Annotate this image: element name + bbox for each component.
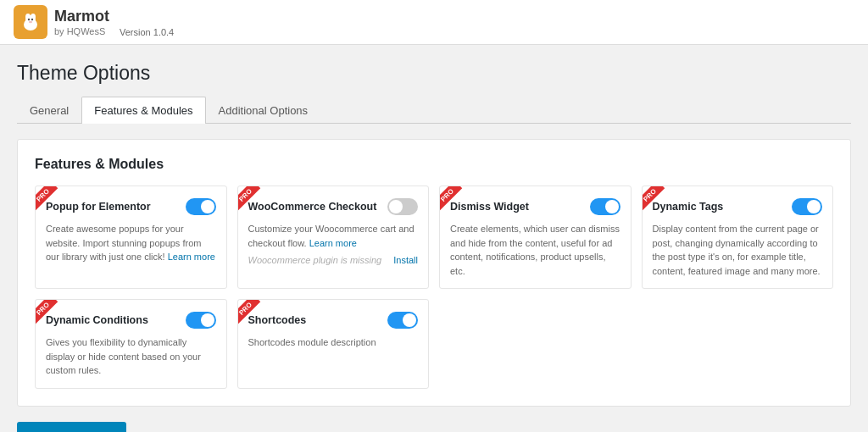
card-header-dynamic-tags: Dynamic Tags [653,198,823,215]
toggle-shortcodes[interactable] [387,312,418,329]
card-title-popup: Popup for Elementor [46,201,186,213]
svg-point-5 [28,19,30,20]
card-woocommerce: WooCommerce Checkout Customize your Wooc… [237,186,430,289]
page-title: Theme Options [17,62,851,85]
learn-more-popup[interactable]: Learn more [168,252,215,262]
svg-point-7 [29,21,32,23]
card-shortcodes: Shortcodes Shortcodes module description [237,299,430,389]
card-popup-elementor: Popup for Elementor Create awesome popup… [35,186,227,289]
card-desc-woo: Customize your Woocommerce cart and chec… [248,222,419,250]
card-dismiss-widget: Dismiss Widget Create elements, which us… [439,186,632,289]
app-by-line: by HQWesS [54,26,109,36]
tabs-bar: General Features & Modules Additional Op… [17,97,851,124]
toggle-slider-dismiss [590,198,620,215]
toggle-slider-popup [186,198,216,215]
card-header-popup: Popup for Elementor [46,198,216,215]
card-header-dismiss: Dismiss Widget [450,198,620,215]
card-header-woo: WooCommerce Checkout [248,198,419,215]
card-dynamic-tags: Dynamic Tags Display content from the cu… [642,186,834,289]
features-section: Features & Modules Popup for Elementor C… [17,139,851,407]
section-title: Features & Modules [35,157,833,172]
learn-more-woo[interactable]: Learn more [309,238,357,248]
toggle-woo[interactable] [387,198,418,215]
tab-features[interactable]: Features & Modules [81,97,205,124]
marmot-logo-svg [19,10,42,34]
card-desc-shortcodes: Shortcodes module description [248,335,419,350]
toggle-slider-dynamic-tags [792,198,822,215]
pro-badge-dynamic-tags [642,186,671,215]
svg-point-6 [31,19,33,20]
app-name: Marmot [54,8,109,26]
card-empty-2 [642,299,834,389]
card-header-shortcodes: Shortcodes [248,312,419,329]
version-text: Version 1.0.4 [120,27,174,39]
pro-badge-popup [35,186,64,215]
pro-badge-dismiss [439,186,469,215]
tab-general[interactable]: General [17,97,81,124]
toggle-popup[interactable] [186,198,216,215]
toggle-dynamic-tags[interactable] [792,198,822,215]
header-bar: Marmot by HQWesS Version 1.0.4 [0,0,868,45]
logo-text-block: Marmot by HQWesS [54,8,109,36]
toggle-dismiss[interactable] [590,198,620,215]
card-desc-dynamic-tags: Display content from the current page or… [653,222,823,278]
cards-row-2: Dynamic Conditions Gives you flexibility… [35,299,833,389]
pro-badge-woo [237,186,267,215]
page-content: Theme Options General Features & Modules… [0,45,868,432]
toggle-slider-shortcodes [387,312,418,329]
pro-badge-shortcodes [237,299,267,329]
card-empty-1 [439,299,632,389]
toggle-conditions[interactable] [186,312,216,329]
card-title-woo: WooCommerce Checkout [248,201,388,213]
missing-text-woo: Woocommerce plugin is missing [248,255,382,265]
install-link-woo[interactable]: Install [393,255,418,265]
logo-container: Marmot by HQWesS [14,5,109,39]
app-wrapper: Marmot by HQWesS Version 1.0.4 Theme Opt… [0,0,868,432]
card-title-dismiss: Dismiss Widget [450,201,590,213]
card-desc-conditions: Gives you flexibility to dynamically dis… [46,335,216,378]
card-header-conditions: Dynamic Conditions [46,312,216,329]
card-title-shortcodes: Shortcodes [248,314,388,326]
cards-row-1: Popup for Elementor Create awesome popup… [35,186,833,289]
card-dynamic-conditions: Dynamic Conditions Gives you flexibility… [35,299,227,389]
toggle-slider-conditions [186,312,216,329]
logo-icon [14,5,47,39]
save-settings-button[interactable]: Save Settings [17,422,126,433]
tab-additional[interactable]: Additional Options [206,97,321,124]
card-title-conditions: Dynamic Conditions [46,314,186,326]
pro-badge-conditions [35,299,64,329]
card-desc-popup: Create awesome popups for your website. … [46,222,216,264]
toggle-slider-woo [387,198,418,215]
card-missing-woo: Woocommerce plugin is missing Install [248,255,419,265]
card-desc-dismiss: Create elements, which user can dismiss … [450,222,620,278]
card-title-dynamic-tags: Dynamic Tags [653,201,793,213]
